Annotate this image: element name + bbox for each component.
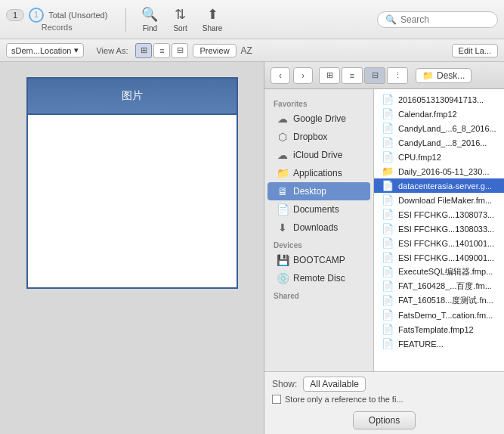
remote-disc-icon: 💿 bbox=[277, 272, 289, 284]
preview-button[interactable]: Preview bbox=[193, 44, 236, 57]
share-label: Share bbox=[203, 24, 223, 33]
file-type-icon: 📄 bbox=[382, 180, 394, 191]
view-as-label: View As: bbox=[96, 46, 128, 55]
file-type-icon: 📄 bbox=[382, 108, 394, 119]
records-section: 1 1 Total (Unsorted) Records bbox=[6, 8, 107, 32]
sidebar-item-label: Dropbox bbox=[293, 132, 327, 142]
dialog-view-coverflow[interactable]: ⋮ bbox=[387, 67, 408, 84]
file-item[interactable]: 📄FatsDemo_T...cation.fm... bbox=[374, 308, 504, 322]
file-name: ESI FFCHKG...1401001... bbox=[398, 239, 494, 248]
nav-back-button[interactable]: ‹ bbox=[271, 67, 290, 84]
sep1 bbox=[125, 8, 126, 32]
share-button[interactable]: ⬆ Share bbox=[196, 3, 229, 36]
dialog-view-list[interactable]: ≡ bbox=[342, 67, 363, 84]
file-name: datacenterasia-server.g... bbox=[398, 181, 492, 191]
file-item[interactable]: 📄ESI FFCHKG...1401001... bbox=[374, 236, 504, 250]
file-item[interactable]: 📄Calendar.fmp12 bbox=[374, 107, 504, 121]
dialog-view-buttons: ⊞ ≡ ⊟ ⋮ bbox=[319, 67, 408, 84]
main-toolbar: 1 1 Total (Unsorted) Records 🔍 Find ⇅ So… bbox=[0, 0, 504, 39]
dialog-view-columns[interactable]: ⊟ bbox=[364, 67, 385, 84]
file-name: FatsTemplate.fmp12 bbox=[398, 325, 474, 334]
file-item[interactable]: 📄ESI FFCHKG...1409001... bbox=[374, 250, 504, 265]
file-item[interactable]: 📄ESI FFCHKG...1308033... bbox=[374, 222, 504, 236]
records-count-badge: 1 bbox=[6, 9, 24, 21]
file-name: Calendar.fmp12 bbox=[398, 110, 457, 119]
main-content: 图片 ‹ › ⊞ ≡ ⊟ ⋮ 📁 Desk... Favorites bbox=[0, 62, 504, 434]
sidebar-item-google-drive[interactable]: ☁ Google Drive bbox=[267, 110, 370, 128]
file-name: FAT_160428_...百度.fm... bbox=[398, 281, 492, 292]
file-name: ESI FFCHKG...1308073... bbox=[398, 210, 494, 219]
sort-button[interactable]: ⇅ Sort bbox=[167, 3, 193, 36]
file-list: 📄20160513130941713...📄Calendar.fmp12📄Can… bbox=[374, 89, 504, 371]
file-item[interactable]: 📄CPU.fmp12 bbox=[374, 150, 504, 164]
search-box[interactable]: 🔍 bbox=[377, 11, 498, 28]
file-item[interactable]: 📄FAT_160428_...百度.fm... bbox=[374, 279, 504, 293]
show-dropdown[interactable]: All Available bbox=[303, 377, 366, 392]
location-dropdown[interactable]: sDem...Location ▾ bbox=[6, 43, 84, 57]
file-item[interactable]: 📄Download FileMaker.fm... bbox=[374, 193, 504, 207]
options-button[interactable]: Options bbox=[353, 411, 416, 429]
file-item[interactable]: 📄datacenterasia-server.g... bbox=[374, 178, 504, 193]
total-label: Total (Unsorted) bbox=[48, 11, 107, 20]
google-drive-icon: ☁ bbox=[277, 113, 289, 125]
sidebar-item-dropbox[interactable]: ⬡ Dropbox bbox=[267, 128, 370, 146]
edit-label-button[interactable]: Edit La... bbox=[452, 44, 498, 57]
view-icon-grid[interactable]: ⊞ bbox=[135, 43, 152, 58]
store-ref-checkbox[interactable] bbox=[272, 395, 281, 404]
sidebar-item-desktop[interactable]: 🖥 Desktop bbox=[267, 182, 370, 200]
search-icon: 🔍 bbox=[385, 14, 397, 25]
view-icon-table[interactable]: ⊟ bbox=[172, 43, 188, 58]
show-row: Show: All Available bbox=[272, 377, 496, 392]
find-label: Find bbox=[143, 24, 157, 33]
total-circle-num: 1 bbox=[34, 11, 39, 19]
file-item[interactable]: 📄ESI FFCHKG...1308073... bbox=[374, 207, 504, 222]
file-item[interactable]: 📄CandyLand_...8_2016... bbox=[374, 135, 504, 150]
sidebar-item-documents[interactable]: 📄 Documents bbox=[267, 200, 370, 219]
sort-icon: ⇅ bbox=[175, 6, 186, 23]
dropdown-arrow-icon: ▾ bbox=[74, 45, 79, 55]
file-item[interactable]: 📄FatsTemplate.fmp12 bbox=[374, 322, 504, 336]
sidebar-item-applications[interactable]: 📁 Applications bbox=[267, 164, 370, 182]
file-type-icon: 📄 bbox=[382, 237, 394, 249]
applications-icon: 📁 bbox=[277, 167, 289, 179]
sidebar-item-label: Desktop bbox=[293, 186, 326, 197]
sidebar-item-bootcamp[interactable]: 💾 BOOTCAMP bbox=[267, 251, 370, 269]
sidebar-item-label: BOOTCAMP bbox=[293, 255, 345, 265]
file-item[interactable]: 📁Daily_2016-05-11_230... bbox=[374, 164, 504, 178]
file-item[interactable]: 📄FEATURE... bbox=[374, 336, 504, 351]
file-type-icon: 📄 bbox=[382, 223, 394, 234]
sidebar-item-label: iCloud Drive bbox=[293, 150, 342, 160]
view-icon-list[interactable]: ≡ bbox=[153, 43, 170, 58]
sidebar-item-icloud-drive[interactable]: ☁ iCloud Drive bbox=[267, 146, 370, 164]
location-dropdown-label: sDem...Location bbox=[11, 46, 71, 55]
documents-icon: 📄 bbox=[277, 203, 289, 215]
show-label: Show: bbox=[272, 379, 297, 389]
devices-label: Devices bbox=[264, 237, 373, 251]
find-button[interactable]: 🔍 Find bbox=[135, 3, 164, 36]
share-icon: ⬆ bbox=[207, 6, 218, 23]
view-bar: sDem...Location ▾ View As: ⊞ ≡ ⊟ Preview… bbox=[0, 39, 504, 62]
file-item[interactable]: 📄20160513130941713... bbox=[374, 92, 504, 107]
file-name: Download FileMaker.fm... bbox=[398, 196, 492, 205]
file-type-icon: 📄 bbox=[382, 137, 394, 148]
file-item[interactable]: 📄ExecuteSQL编辑器.fmp... bbox=[374, 265, 504, 279]
file-item[interactable]: 📄FAT_160518...度测试.fn... bbox=[374, 293, 504, 308]
records-label: Records bbox=[42, 23, 73, 32]
file-name: CandyLand_...8_2016... bbox=[398, 138, 487, 147]
dialog-bottom: Show: All Available Store only a referen… bbox=[264, 371, 504, 434]
file-item[interactable]: 📄CandyLand_...6_8_2016... bbox=[374, 121, 504, 135]
sidebar-item-downloads[interactable]: ⬇ Downloads bbox=[267, 219, 370, 237]
search-input[interactable] bbox=[400, 14, 490, 25]
sidebar-item-label: Google Drive bbox=[293, 113, 346, 124]
nav-forward-button[interactable]: › bbox=[293, 67, 313, 84]
file-name: ExecuteSQL编辑器.fmp... bbox=[398, 266, 493, 277]
sort-label: Sort bbox=[173, 24, 187, 33]
find-icon: 🔍 bbox=[141, 6, 158, 23]
dialog-location[interactable]: 📁 Desk... bbox=[416, 68, 472, 83]
dialog-view-icon[interactable]: ⊞ bbox=[319, 67, 340, 84]
file-type-icon: 📁 bbox=[382, 166, 394, 177]
file-type-icon: 📄 bbox=[382, 209, 394, 220]
sidebar-item-remote-disc[interactable]: 💿 Remote Disc bbox=[267, 269, 370, 287]
file-dialog: ‹ › ⊞ ≡ ⊟ ⋮ 📁 Desk... Favorites ☁ Google… bbox=[264, 62, 504, 434]
sidebar-item-label: Downloads bbox=[293, 222, 338, 233]
